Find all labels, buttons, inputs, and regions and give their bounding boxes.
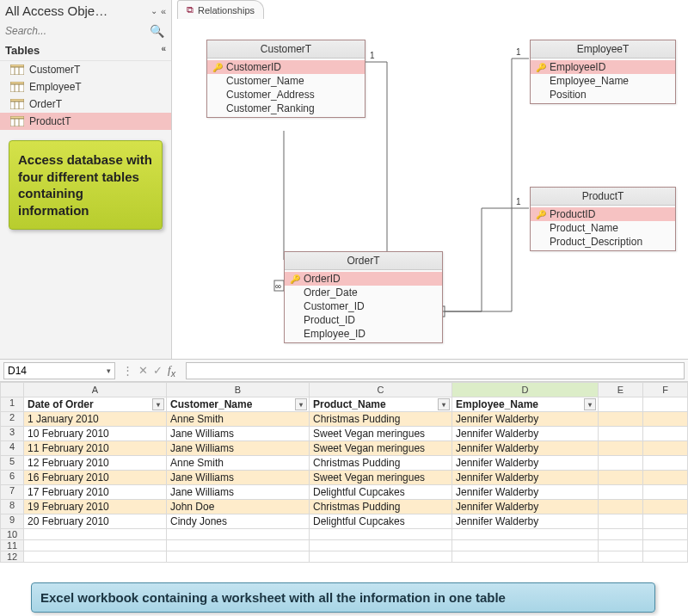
cell[interactable] bbox=[310, 529, 452, 540]
cancel-icon[interactable]: ✕ bbox=[138, 364, 148, 377]
cell[interactable] bbox=[310, 551, 452, 563]
cell[interactable] bbox=[599, 397, 643, 412]
nav-group-tables[interactable]: Tables « bbox=[0, 40, 171, 61]
cell[interactable] bbox=[599, 529, 643, 540]
row-number[interactable]: 9 bbox=[0, 514, 24, 529]
field-pk[interactable]: 🔑EmployeeID bbox=[531, 60, 675, 74]
name-box[interactable]: D14 bbox=[3, 362, 115, 379]
cell[interactable] bbox=[643, 471, 688, 485]
filter-dropdown-icon[interactable]: ▾ bbox=[152, 398, 164, 410]
cell[interactable] bbox=[643, 441, 688, 456]
cell[interactable] bbox=[643, 412, 688, 427]
field[interactable]: 🔑Product_ID bbox=[285, 313, 442, 327]
cell[interactable]: Christmas Pudding bbox=[310, 456, 452, 471]
tab-relationships[interactable]: ⧉ Relationships bbox=[177, 0, 264, 19]
table-order[interactable]: OrderT 🔑OrderID 🔑Order_Date 🔑Customer_ID… bbox=[284, 251, 443, 343]
cell[interactable] bbox=[310, 540, 452, 551]
cell[interactable] bbox=[599, 412, 643, 427]
dropdown-icon[interactable]: ⌄ bbox=[150, 6, 157, 15]
field[interactable]: 🔑Employee_ID bbox=[285, 327, 442, 341]
cell[interactable]: 12 February 2010 bbox=[24, 456, 167, 471]
cell[interactable] bbox=[599, 456, 643, 471]
row-number[interactable]: 11 bbox=[0, 540, 24, 551]
cell[interactable]: Jennifer Walderby bbox=[452, 500, 599, 514]
cell[interactable]: Jennifer Walderby bbox=[452, 514, 599, 529]
field-pk[interactable]: 🔑OrderID bbox=[285, 272, 442, 286]
header-cell[interactable]: Customer_Name▾ bbox=[167, 397, 310, 412]
field[interactable]: 🔑Customer_Ranking bbox=[207, 102, 365, 115]
cell[interactable] bbox=[599, 441, 643, 456]
filter-dropdown-icon[interactable]: ▾ bbox=[438, 398, 450, 410]
filter-dropdown-icon[interactable]: ▾ bbox=[295, 398, 307, 410]
cell[interactable] bbox=[599, 514, 643, 529]
spreadsheet-grid[interactable]: ABCDEF 1Date of Order▾Customer_Name▾Prod… bbox=[0, 382, 688, 563]
cell[interactable] bbox=[167, 529, 310, 540]
field[interactable]: 🔑Position bbox=[531, 88, 675, 102]
row-number[interactable]: 6 bbox=[0, 471, 24, 485]
cell[interactable]: Sweet Vegan meringues bbox=[310, 427, 452, 441]
search-input[interactable] bbox=[3, 23, 146, 39]
nav-item-ordert[interactable]: OrderT bbox=[0, 95, 171, 113]
cell[interactable]: Jane Williams bbox=[167, 471, 310, 485]
cell[interactable] bbox=[599, 427, 643, 441]
fx-icon[interactable]: fx bbox=[168, 363, 175, 379]
cell[interactable] bbox=[643, 397, 688, 412]
cell[interactable]: 20 February 2010 bbox=[24, 514, 167, 529]
field[interactable]: 🔑Employee_Name bbox=[531, 74, 675, 88]
cell[interactable]: 19 February 2010 bbox=[24, 500, 167, 514]
cell[interactable]: Anne Smith bbox=[167, 456, 310, 471]
cell[interactable] bbox=[643, 456, 688, 471]
cell[interactable] bbox=[167, 551, 310, 563]
cell[interactable]: 17 February 2010 bbox=[24, 485, 167, 500]
relationships-canvas[interactable]: ⧉ Relationships 1 ∞ 1 ∞ 1 bbox=[172, 0, 688, 359]
col-header-C[interactable]: C bbox=[310, 382, 452, 397]
cell[interactable]: Jane Williams bbox=[167, 427, 310, 441]
row-number[interactable]: 10 bbox=[0, 529, 24, 540]
search-icon[interactable]: 🔍 bbox=[146, 24, 168, 38]
field[interactable]: 🔑Order_Date bbox=[285, 286, 442, 299]
enter-icon[interactable]: ✓ bbox=[153, 364, 163, 377]
table-product[interactable]: ProductT 🔑ProductID 🔑Product_Name 🔑Produ… bbox=[530, 187, 676, 251]
nav-item-employeet[interactable]: EmployeeT bbox=[0, 78, 171, 95]
cell[interactable]: John Doe bbox=[167, 500, 310, 514]
cell[interactable] bbox=[167, 540, 310, 551]
field[interactable]: 🔑Product_Name bbox=[531, 221, 675, 235]
cell[interactable]: Delightful Cupcakes bbox=[310, 514, 452, 529]
collapse-icon[interactable]: « bbox=[161, 6, 166, 16]
cell[interactable]: Cindy Jones bbox=[167, 514, 310, 529]
table-customer[interactable]: CustomerT 🔑CustomerID 🔑Customer_Name 🔑Cu… bbox=[206, 40, 366, 118]
cell[interactable] bbox=[452, 540, 599, 551]
col-header-A[interactable]: A bbox=[24, 382, 167, 397]
cell[interactable] bbox=[24, 551, 167, 563]
field-pk[interactable]: 🔑ProductID bbox=[531, 207, 675, 221]
cell[interactable]: 10 February 2010 bbox=[24, 427, 167, 441]
row-number[interactable]: 1 bbox=[0, 397, 24, 412]
cell[interactable] bbox=[643, 500, 688, 514]
cell[interactable]: Jane Williams bbox=[167, 485, 310, 500]
col-header-B[interactable]: B bbox=[167, 382, 310, 397]
cell[interactable]: Jane Williams bbox=[167, 441, 310, 456]
col-header-F[interactable]: F bbox=[643, 382, 688, 397]
row-number[interactable]: 8 bbox=[0, 500, 24, 514]
cell[interactable] bbox=[599, 485, 643, 500]
col-header-D[interactable]: D bbox=[452, 382, 599, 397]
cell[interactable] bbox=[599, 471, 643, 485]
header-cell[interactable]: Product_Name▾ bbox=[310, 397, 452, 412]
row-number[interactable]: 12 bbox=[0, 551, 24, 563]
cell[interactable]: Delightful Cupcakes bbox=[310, 485, 452, 500]
cell[interactable] bbox=[643, 485, 688, 500]
cell[interactable] bbox=[643, 427, 688, 441]
cell[interactable]: Jennifer Walderby bbox=[452, 485, 599, 500]
formula-input[interactable] bbox=[186, 362, 685, 379]
cell[interactable] bbox=[643, 551, 688, 563]
select-all-corner[interactable] bbox=[0, 382, 24, 397]
cell[interactable]: 11 February 2010 bbox=[24, 441, 167, 456]
field[interactable]: 🔑Customer_Name bbox=[207, 74, 365, 88]
nav-item-customert[interactable]: CustomerT bbox=[0, 61, 171, 78]
cell[interactable]: Christmas Pudding bbox=[310, 412, 452, 427]
cell[interactable] bbox=[452, 551, 599, 563]
cell[interactable]: Jennifer Walderby bbox=[452, 456, 599, 471]
field-pk[interactable]: 🔑CustomerID bbox=[207, 60, 365, 74]
cell[interactable]: Jennifer Walderby bbox=[452, 412, 599, 427]
cell[interactable]: Sweet Vegan meringues bbox=[310, 441, 452, 456]
